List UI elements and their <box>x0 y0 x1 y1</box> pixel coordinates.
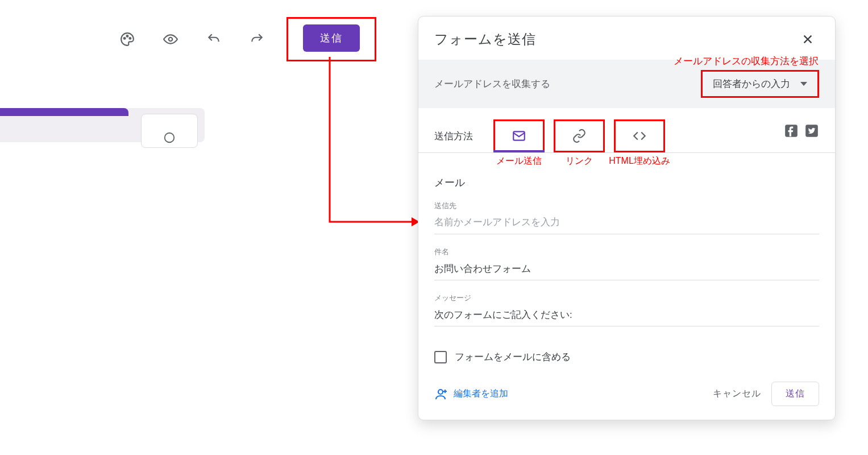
field-message: メッセージ <box>434 293 819 326</box>
send-method-tabs: メール送信 リンク HTML埋め込み <box>493 119 665 152</box>
tab-embed-caption: HTML埋め込み <box>609 155 670 167</box>
close-icon[interactable] <box>796 28 819 51</box>
palette-icon[interactable] <box>114 26 141 53</box>
field-message-label: メッセージ <box>434 293 819 303</box>
add-editors-button[interactable]: 編集者を追加 <box>434 387 508 401</box>
tab-link-caption: リンク <box>566 155 593 167</box>
dialog-send-button[interactable]: 送信 <box>771 382 819 406</box>
field-subject-label: 件名 <box>434 247 819 257</box>
svg-point-4 <box>165 133 175 143</box>
svg-point-0 <box>124 38 126 39</box>
to-input[interactable] <box>434 214 819 230</box>
chevron-down-icon <box>800 82 807 86</box>
twitter-icon[interactable] <box>804 123 819 138</box>
form-toolbar-card[interactable] <box>141 114 198 148</box>
form-accent-bar <box>0 108 128 116</box>
add-editors-label: 編集者を追加 <box>454 388 508 400</box>
field-to-label: 送信先 <box>434 201 819 211</box>
tab-link[interactable]: リンク <box>554 119 605 152</box>
send-button-highlight: 送信 <box>286 17 376 61</box>
send-method-label: 送信方法 <box>434 130 473 143</box>
tab-email-caption: メール送信 <box>496 155 542 167</box>
svg-point-2 <box>129 38 131 39</box>
send-button[interactable]: 送信 <box>303 24 360 52</box>
send-form-dialog: フォームを送信 メールアドレスを収集する メールアドレスの収集方法を選択 回答者… <box>418 16 836 420</box>
email-section: メール 送信先 件名 メッセージ <box>418 153 835 345</box>
social-share <box>784 123 819 148</box>
section-title: メール <box>434 176 819 189</box>
field-subject: 件名 <box>434 247 819 280</box>
message-input[interactable] <box>434 307 819 322</box>
field-to: 送信先 <box>434 201 819 234</box>
collect-email-value: 回答者からの入力 <box>713 77 790 90</box>
collect-email-row: メールアドレスを収集する メールアドレスの収集方法を選択 回答者からの入力 <box>418 60 835 108</box>
dropdown-annotation: メールアドレスの収集方法を選択 <box>674 55 819 68</box>
preview-icon[interactable] <box>157 26 184 53</box>
tab-embed[interactable]: HTML埋め込み <box>614 119 665 152</box>
tab-email[interactable]: メール送信 <box>493 119 545 152</box>
send-method-row: 送信方法 メール送信 リンク HTML埋め込み <box>418 108 835 153</box>
svg-point-3 <box>169 38 173 42</box>
include-form-row: フォームをメールに含める <box>418 345 835 369</box>
subject-input[interactable] <box>434 260 819 276</box>
editor-area: 送信 <box>0 0 415 455</box>
dialog-footer: 編集者を追加 キャンセル 送信 <box>418 369 835 408</box>
dialog-title: フォームを送信 <box>434 30 536 48</box>
svg-point-8 <box>438 390 443 394</box>
cancel-button[interactable]: キャンセル <box>703 382 771 406</box>
undo-icon[interactable] <box>200 26 227 53</box>
collect-email-dropdown[interactable]: メールアドレスの収集方法を選択 回答者からの入力 <box>701 70 819 98</box>
include-form-checkbox[interactable] <box>434 351 447 363</box>
include-form-label: フォームをメールに含める <box>455 350 571 363</box>
dialog-header: フォームを送信 <box>418 16 835 60</box>
collect-email-label: メールアドレスを収集する <box>434 77 550 90</box>
toolbar: 送信 <box>114 17 376 61</box>
facebook-icon[interactable] <box>784 123 799 138</box>
redo-icon[interactable] <box>243 26 271 53</box>
svg-point-1 <box>127 35 128 37</box>
